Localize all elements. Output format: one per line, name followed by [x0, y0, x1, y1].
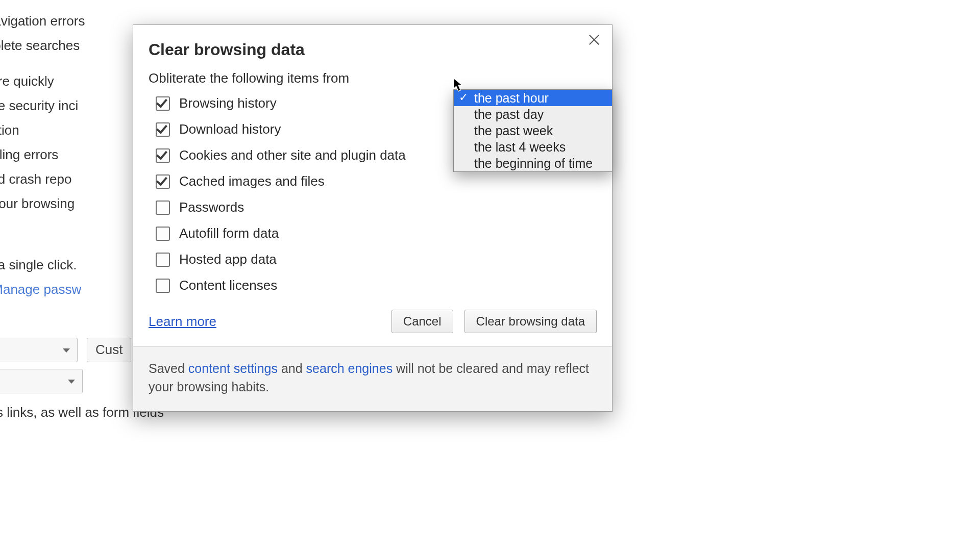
manage-passwords-link[interactable]: Manage passw [0, 282, 81, 297]
checkbox-label: Hosted app data [179, 252, 277, 267]
time-range-dropdown[interactable]: the past hour the past day the past week… [453, 89, 612, 172]
check-row-hosted-app[interactable]: Hosted app data [156, 252, 597, 267]
checkbox-label: Download history [179, 121, 281, 137]
clear-data-button[interactable]: Clear browsing data [464, 310, 597, 333]
check-row-passwords[interactable]: Passwords [156, 199, 597, 215]
bg-select-1[interactable] [0, 338, 78, 362]
checkbox[interactable] [156, 253, 170, 267]
bg-select-2[interactable] [0, 369, 83, 393]
dropdown-option-past-week[interactable]: the past week [454, 122, 612, 139]
checkbox-label: Cookies and other site and plugin data [179, 147, 406, 163]
checkbox[interactable] [156, 122, 170, 137]
dropdown-option-past-day[interactable]: the past day [454, 106, 612, 122]
dropdown-option-beginning[interactable]: the beginning of time [454, 155, 612, 171]
dialog-footer-note: Saved content settings and search engine… [133, 346, 612, 411]
close-icon[interactable] [586, 32, 602, 47]
time-range-prompt: Obliterate the following items from [149, 70, 597, 86]
dropdown-option-last-4-weeks[interactable]: the last 4 weeks [454, 139, 612, 155]
learn-more-link[interactable]: Learn more [149, 314, 216, 330]
dropdown-option-past-hour[interactable]: the past hour [454, 90, 612, 106]
checkbox-label: Content licenses [179, 278, 277, 293]
check-row-cached[interactable]: Cached images and files [156, 173, 597, 189]
checkbox[interactable] [156, 201, 170, 215]
clear-browsing-data-dialog: Clear browsing data Obliterate the follo… [133, 24, 612, 412]
check-row-autofill[interactable]: Autofill form data [156, 226, 597, 241]
check-row-content-licenses[interactable]: Content licenses [156, 278, 597, 293]
search-engines-link[interactable]: search engines [306, 361, 393, 375]
checkbox-label: Autofill form data [179, 226, 279, 241]
cancel-button[interactable]: Cancel [391, 310, 453, 333]
checkbox[interactable] [156, 174, 170, 189]
checkbox[interactable] [156, 279, 170, 293]
checkbox-label: Cached images and files [179, 173, 325, 189]
custom-button[interactable]: Cust [87, 338, 131, 362]
chevron-down-icon [63, 348, 70, 353]
content-settings-link[interactable]: content settings [188, 361, 278, 375]
dialog-title: Clear browsing data [149, 40, 597, 59]
checkbox[interactable] [156, 96, 170, 111]
chevron-down-icon [68, 380, 75, 384]
checkbox[interactable] [156, 148, 170, 163]
checkbox[interactable] [156, 227, 170, 241]
checkbox-label: Passwords [179, 199, 244, 215]
checkbox-label: Browsing history [179, 95, 277, 111]
